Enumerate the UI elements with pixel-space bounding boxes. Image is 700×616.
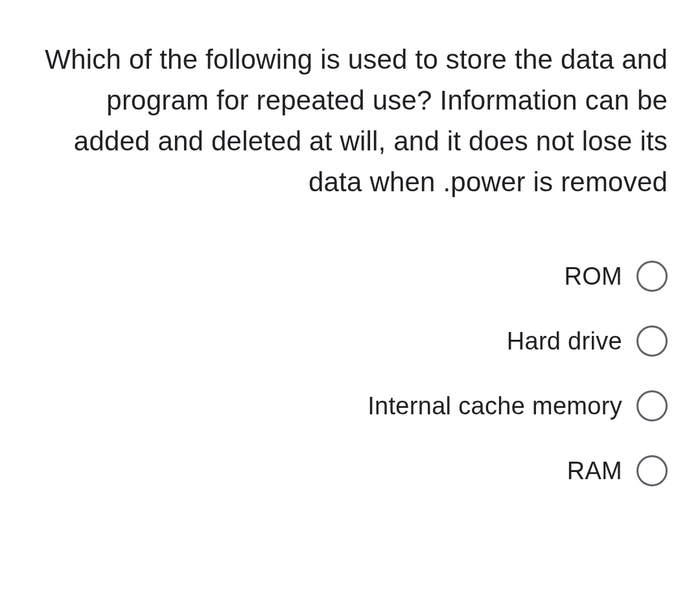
option-label: ROM <box>564 263 622 290</box>
question-text: Which of the following is used to store … <box>32 39 668 202</box>
option-rom[interactable]: ROM <box>564 261 668 292</box>
option-internal-cache-memory[interactable]: Internal cache memory <box>368 390 668 421</box>
option-label: Internal cache memory <box>368 392 622 420</box>
option-hard-drive[interactable]: Hard drive <box>507 326 668 357</box>
radio-unchecked-icon <box>636 455 668 486</box>
radio-unchecked-icon <box>636 390 668 421</box>
option-label: Hard drive <box>507 327 622 355</box>
options-list: ROM Hard drive Internal cache memory RAM <box>32 261 668 486</box>
radio-unchecked-icon <box>636 261 668 292</box>
option-ram[interactable]: RAM <box>567 455 668 486</box>
option-label: RAM <box>567 457 622 485</box>
radio-unchecked-icon <box>636 326 668 357</box>
